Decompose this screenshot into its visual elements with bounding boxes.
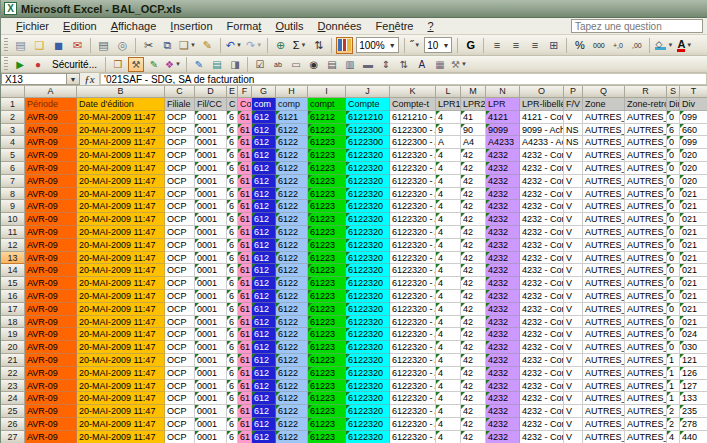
cell-L3[interactable]: 9 [436, 124, 461, 137]
cell-P26[interactable]: V [564, 418, 583, 431]
name-box[interactable]: X13 [1, 73, 67, 85]
cell-C27[interactable]: OCP [165, 431, 195, 443]
cell-L6[interactable]: 4 [436, 162, 461, 175]
cell-B15[interactable]: 20-MAI-2009 11:47 [77, 277, 165, 290]
cell-Q10[interactable]: AUTRES_ [583, 213, 625, 226]
cell-M25[interactable]: 42 [461, 405, 486, 418]
cell-T22[interactable]: 126 [680, 367, 707, 380]
vb-editor-icon[interactable]: ✎ [146, 57, 162, 72]
cell-N26[interactable]: 4232 [486, 418, 520, 431]
cell-F9[interactable]: 61 [238, 200, 252, 213]
row-header-27[interactable]: 27 [1, 431, 25, 443]
cell-M9[interactable]: 42 [461, 200, 486, 213]
cell-J14[interactable]: 6122320 [346, 264, 390, 277]
cell-R26[interactable]: AUTRES_ [625, 418, 667, 431]
cell-K18[interactable]: 6122320 - A [390, 316, 436, 329]
cell-I27[interactable]: 61223 [308, 431, 346, 443]
row-header-18[interactable]: 18 [1, 316, 25, 329]
cell-J13[interactable]: 6122320 [346, 252, 390, 265]
cell-I25[interactable]: 61223 [308, 405, 346, 418]
cell-J16[interactable]: 6122320 [346, 290, 390, 303]
align-left-icon[interactable]: ≡ [488, 37, 505, 54]
merge-center-icon[interactable]: ⊞ [545, 37, 562, 54]
column-header-M[interactable]: M [461, 86, 486, 98]
cell-G16[interactable]: 612 [252, 290, 276, 303]
cell-O10[interactable]: 4232 - Con [520, 213, 564, 226]
cell-S15[interactable]: 0 [667, 277, 680, 290]
column-header-G[interactable]: G [252, 86, 276, 98]
cell-N18[interactable]: 4232 [486, 316, 520, 329]
row-header-17[interactable]: 17 [1, 303, 25, 316]
cell-J2[interactable]: 6121210 [346, 111, 390, 124]
cell-B23[interactable]: 20-MAI-2009 11:47 [77, 380, 165, 393]
cell-N25[interactable]: 4232 [486, 405, 520, 418]
cell-K17[interactable]: 6122320 - A [390, 303, 436, 316]
cell-E15[interactable]: 6 [227, 277, 238, 290]
cell-L18[interactable]: 4 [436, 316, 461, 329]
cell-C4[interactable]: OCP [165, 136, 195, 149]
cell-E19[interactable]: 6 [227, 328, 238, 341]
thousands-separator-icon[interactable]: 000 [590, 37, 607, 54]
cell-T25[interactable]: 235 [680, 405, 707, 418]
save-icon[interactable]: ◼ [50, 37, 67, 54]
cell-E23[interactable]: 6 [227, 380, 238, 393]
cell-H16[interactable]: 6122 [276, 290, 308, 303]
cell-T13[interactable]: 021 [680, 252, 707, 265]
cell-F4[interactable]: 61 [238, 136, 252, 149]
cell-K22[interactable]: 6122320 - A [390, 367, 436, 380]
cell-F17[interactable]: 61 [238, 303, 252, 316]
cell-R17[interactable]: AUTRES_ [625, 303, 667, 316]
cell-K21[interactable]: 6122320 - A [390, 354, 436, 367]
cell-P9[interactable]: V [564, 200, 583, 213]
cell-D7[interactable]: 0001 [195, 175, 227, 188]
cell-J12[interactable]: 6122320 [346, 239, 390, 252]
cell-T2[interactable]: 099 [680, 111, 707, 124]
cell-M19[interactable]: 42 [461, 328, 486, 341]
cell-C21[interactable]: OCP [165, 354, 195, 367]
cell-I23[interactable]: 61223 [308, 380, 346, 393]
cell-L2[interactable]: 4 [436, 111, 461, 124]
cell-C14[interactable]: OCP [165, 264, 195, 277]
cell-F12[interactable]: 61 [238, 239, 252, 252]
cell-T10[interactable]: 021 [680, 213, 707, 226]
cell-I10[interactable]: 61223 [308, 213, 346, 226]
cell-R14[interactable]: AUTRES_ [625, 264, 667, 277]
cell-A18[interactable]: AVR-09 [25, 316, 77, 329]
column-header-I[interactable]: I [308, 86, 346, 98]
cell-J23[interactable]: 6122320 [346, 380, 390, 393]
print-preview-icon[interactable]: ◎ [114, 37, 131, 54]
cell-P6[interactable]: V [564, 162, 583, 175]
cell-H5[interactable]: 6122 [276, 149, 308, 162]
cell-R16[interactable]: AUTRES_ [625, 290, 667, 303]
cell-A13[interactable]: AVR-09 [25, 252, 77, 265]
cell-A11[interactable]: AVR-09 [25, 226, 77, 239]
cell-M11[interactable]: 42 [461, 226, 486, 239]
cell-O11[interactable]: 4232 - Con [520, 226, 564, 239]
cell-M2[interactable]: 41 [461, 111, 486, 124]
textbox-control-icon[interactable]: ab [270, 57, 286, 72]
cell-S27[interactable]: 4 [667, 431, 680, 443]
bold-button[interactable]: G [462, 37, 479, 54]
cell-C2[interactable]: OCP [165, 111, 195, 124]
cell-K19[interactable]: 6122320 - A [390, 328, 436, 341]
cell-F21[interactable]: 61 [238, 354, 252, 367]
cell-H23[interactable]: 6122 [276, 380, 308, 393]
field-header-A[interactable]: Période [25, 98, 77, 111]
cell-M12[interactable]: 42 [461, 239, 486, 252]
cell-O23[interactable]: 4232 - Con [520, 380, 564, 393]
cell-F8[interactable]: 61 [238, 188, 252, 201]
cell-G26[interactable]: 612 [252, 418, 276, 431]
cell-B2[interactable]: 20-MAI-2009 11:47 [77, 111, 165, 124]
run-macro-icon[interactable]: ▶ [12, 57, 28, 72]
column-header-S[interactable]: S [667, 86, 680, 98]
cell-C12[interactable]: OCP [165, 239, 195, 252]
cell-B9[interactable]: 20-MAI-2009 11:47 [77, 200, 165, 213]
new-document-icon[interactable]: ▤ [12, 37, 29, 54]
cell-S10[interactable]: 0 [667, 213, 680, 226]
cell-J26[interactable]: 6122320 [346, 418, 390, 431]
cell-T6[interactable]: 020 [680, 162, 707, 175]
cell-Q7[interactable]: AUTRES_ [583, 175, 625, 188]
column-header-D[interactable]: D [195, 86, 227, 98]
cell-Q14[interactable]: AUTRES_ [583, 264, 625, 277]
cell-B4[interactable]: 20-MAI-2009 11:47 [77, 136, 165, 149]
